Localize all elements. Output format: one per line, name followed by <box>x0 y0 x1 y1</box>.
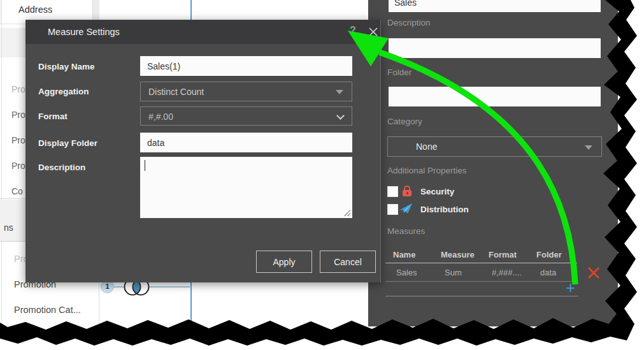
text-cursor <box>145 160 145 171</box>
cell-measure: Sum <box>445 268 462 277</box>
col-header-name: Name <box>393 250 415 259</box>
description-input[interactable] <box>389 38 601 58</box>
paper-plane-icon <box>398 203 413 215</box>
cell-name: Sales <box>396 268 417 277</box>
display-name-label: Display Name <box>38 62 95 71</box>
table-header-divider <box>385 263 577 263</box>
dropdown-arrow-icon <box>585 145 592 150</box>
additional-properties-label: Additional Properties <box>387 166 467 175</box>
list-divider <box>0 198 25 199</box>
aggregation-value: Distinct Count <box>148 82 204 101</box>
distribution-checkbox[interactable] <box>387 204 398 215</box>
format-value: #,#.00 <box>148 107 173 126</box>
category-value: None <box>416 137 437 157</box>
security-checkbox[interactable] <box>387 186 398 197</box>
table-card-border <box>1 0 2 323</box>
table-bottom-divider <box>385 296 578 296</box>
measure-name-input[interactable] <box>389 0 601 12</box>
chevron-down-icon <box>336 112 345 120</box>
security-label: Security <box>420 187 454 196</box>
add-measure-button[interactable]: + <box>566 281 575 295</box>
format-dropdown[interactable]: #,#.00 <box>140 106 352 126</box>
cell-folder: data <box>540 268 556 277</box>
format-label: Format <box>38 112 68 121</box>
col-header-measure: Measure <box>441 250 475 259</box>
help-icon[interactable]: ? <box>347 25 359 39</box>
category-dropdown[interactable]: None <box>387 136 602 157</box>
dialog-titlebar[interactable]: Measure Settings ? <box>25 20 380 44</box>
col-header-format: Format <box>489 250 517 259</box>
description-label: Description <box>38 163 85 172</box>
cell-format: #,###.... <box>492 268 522 277</box>
table-row-highlight <box>0 28 25 57</box>
properties-panel: Description Folder Category None Additio… <box>368 0 618 326</box>
measure-settings-dialog: Measure Settings ? Display Name Aggregat… <box>25 20 381 282</box>
field-label-address: Address <box>18 4 52 15</box>
description-textarea[interactable] <box>140 157 352 218</box>
display-name-input[interactable] <box>140 56 352 76</box>
aggregation-dropdown[interactable]: Distinct Count <box>140 82 352 101</box>
col-header-folder: Folder <box>536 250 562 259</box>
folder-input[interactable] <box>389 87 601 106</box>
folder-label: Folder <box>387 68 411 77</box>
description-label: Description <box>387 18 431 27</box>
field-item-promotion-category[interactable]: Promotion Cat... <box>14 305 103 317</box>
measures-section-label: Measures <box>387 226 425 236</box>
dialog-title: Measure Settings <box>48 20 120 44</box>
display-folder-label: Display Folder <box>38 138 97 148</box>
delete-measure-icon[interactable] <box>587 266 601 280</box>
apply-button[interactable]: Apply <box>256 251 312 273</box>
dropdown-arrow-icon <box>336 90 343 94</box>
tab-strip[interactable]: ns <box>0 200 25 242</box>
tab-label: ns <box>4 222 13 233</box>
close-icon[interactable] <box>368 27 378 37</box>
display-folder-input[interactable] <box>140 133 352 152</box>
aggregation-label: Aggregation <box>38 87 89 96</box>
category-label: Category <box>387 117 422 126</box>
cancel-button[interactable]: Cancel <box>320 251 376 273</box>
lock-icon <box>401 186 413 197</box>
distribution-label: Distribution <box>420 205 469 214</box>
table-row-divider <box>385 281 577 282</box>
